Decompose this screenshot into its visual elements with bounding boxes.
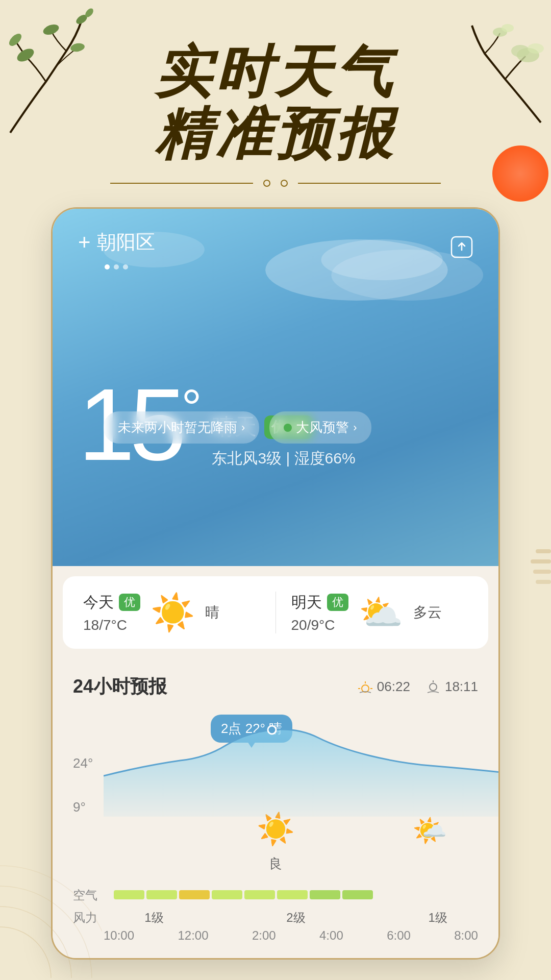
time-axis: 10:00 12:00 2:00 4:00 6:00 8:00 xyxy=(73,928,478,943)
share-button[interactable] xyxy=(450,236,473,263)
temp-high-label: 24° xyxy=(73,755,93,771)
dot-2[interactable] xyxy=(114,264,119,270)
time-2: 2:00 xyxy=(252,928,276,943)
time-10: 10:00 xyxy=(104,928,134,943)
air-quality-text: 良 xyxy=(269,855,282,873)
svg-point-10 xyxy=(502,24,514,32)
time-12: 12:00 xyxy=(178,928,208,943)
svg-point-31 xyxy=(268,726,276,734)
alert-row: 未来两小时暂无降雨 › 大风预警 › xyxy=(104,411,371,444)
dot-3[interactable] xyxy=(123,264,128,270)
svg-point-1 xyxy=(7,32,24,48)
divider-circle-right xyxy=(281,180,288,187)
divider xyxy=(0,180,551,187)
today-temp: 18/7°C xyxy=(83,617,140,633)
svg-rect-15 xyxy=(536,580,551,584)
svg-point-17 xyxy=(0,906,71,978)
time-4: 4:00 xyxy=(319,928,343,943)
weather-header: + 朝阳区 xyxy=(78,229,473,270)
sunrise-time: 06:22 xyxy=(358,679,410,695)
location-name: 朝阳区 xyxy=(97,229,155,255)
svg-point-18 xyxy=(0,886,92,978)
time-8: 8:00 xyxy=(454,928,478,943)
wind-val-1: 1级 xyxy=(144,910,163,926)
wind-chevron-icon: › xyxy=(353,421,357,434)
add-location-icon[interactable]: + xyxy=(78,230,91,255)
svg-point-7 xyxy=(511,45,530,57)
svg-point-2 xyxy=(42,22,60,37)
svg-point-16 xyxy=(0,927,51,978)
temperature-section: 15° 晴天 优 32 东北风3级 | 湿度66% xyxy=(78,381,473,474)
weather-top-section: + 朝阳区 xyxy=(53,209,498,566)
24h-title: 24小时预报 xyxy=(73,674,167,699)
tomorrow-temp: 20/9°C xyxy=(291,617,348,633)
chart-cloudy-icon: 🌤️ xyxy=(412,814,447,847)
air-quality-bars xyxy=(114,890,478,900)
svg-rect-13 xyxy=(531,559,551,564)
daily-forecast-row: 今天 优 18/7°C ☀️ 晴 明天 优 20/9 xyxy=(63,576,488,649)
divider-left xyxy=(110,183,253,184)
today-label-group: 今天 优 18/7°C xyxy=(83,592,140,633)
divider-right xyxy=(298,183,441,184)
wind-humidity-info: 东北风3级 | 湿度66% xyxy=(212,448,355,469)
top-right-decoration xyxy=(398,0,551,128)
svg-rect-12 xyxy=(536,549,551,553)
wind-val-3: 2级 xyxy=(286,910,305,926)
svg-point-11 xyxy=(492,145,548,202)
tomorrow-label-group: 明天 优 20/9°C xyxy=(291,592,348,633)
today-condition: 晴 xyxy=(205,603,219,622)
wind-alert-button[interactable]: 大风预警 › xyxy=(269,411,371,444)
page-dots xyxy=(105,264,155,270)
dot-1[interactable] xyxy=(105,264,110,270)
rain-alert-text: 未来两小时暂无降雨 xyxy=(118,419,237,436)
svg-point-19 xyxy=(0,866,102,978)
sun-decoration xyxy=(490,143,551,204)
tomorrow-weather-icon: ⛅ xyxy=(359,592,403,633)
wind-alert-dot xyxy=(284,424,292,432)
page-container: 实时天气 精准预报 xyxy=(0,0,551,980)
location-section: + 朝阳区 xyxy=(78,229,155,270)
tomorrow-label: 明天 优 xyxy=(291,592,348,613)
rain-chevron-icon: › xyxy=(241,421,245,434)
today-quality-badge: 优 xyxy=(119,594,140,611)
svg-point-8 xyxy=(528,43,544,54)
wind-values: 1级 2级 1级 xyxy=(114,910,478,926)
wind-alert-text: 大风预警 xyxy=(296,419,349,436)
wind-row: 风力 1级 2级 1级 xyxy=(73,910,478,926)
weather-app-card: + 朝阳区 xyxy=(51,207,500,960)
svg-point-25 xyxy=(362,685,369,692)
svg-rect-14 xyxy=(533,570,551,574)
24h-header: 24小时预报 06:22 xyxy=(73,674,478,699)
app-card-wrapper: + 朝阳区 xyxy=(0,207,551,960)
svg-point-3 xyxy=(70,42,85,53)
time-6: 6:00 xyxy=(387,928,411,943)
wind-val-5: 1级 xyxy=(428,910,447,926)
top-left-decoration xyxy=(0,0,153,143)
temp-low-label: 9° xyxy=(73,799,93,815)
svg-point-29 xyxy=(430,683,437,691)
air-quality-row: 空气 xyxy=(73,883,478,908)
hourly-chart: 2点 22° 晴 24° 9° ☀️ 🌤️ 良 xyxy=(73,715,478,878)
today-weather-icon: ☀️ xyxy=(151,592,195,633)
sunrise-sunset-row: 06:22 18:11 xyxy=(358,679,478,695)
divider-circle-left xyxy=(263,180,270,187)
sunset-time: 18:11 xyxy=(425,679,478,695)
rain-alert-button[interactable]: 未来两小时暂无降雨 › xyxy=(104,411,259,444)
svg-point-0 xyxy=(15,46,36,64)
tomorrow-forecast: 明天 优 20/9°C ⛅ 多云 xyxy=(291,592,468,633)
today-label: 今天 优 xyxy=(83,592,140,613)
right-cloud-decoration xyxy=(500,539,551,623)
tomorrow-condition: 多云 xyxy=(413,603,442,622)
tomorrow-quality-badge: 优 xyxy=(327,594,348,611)
24h-forecast-section: 24小时预报 06:22 xyxy=(53,659,498,958)
today-forecast: 今天 优 18/7°C ☀️ 晴 xyxy=(83,592,276,633)
